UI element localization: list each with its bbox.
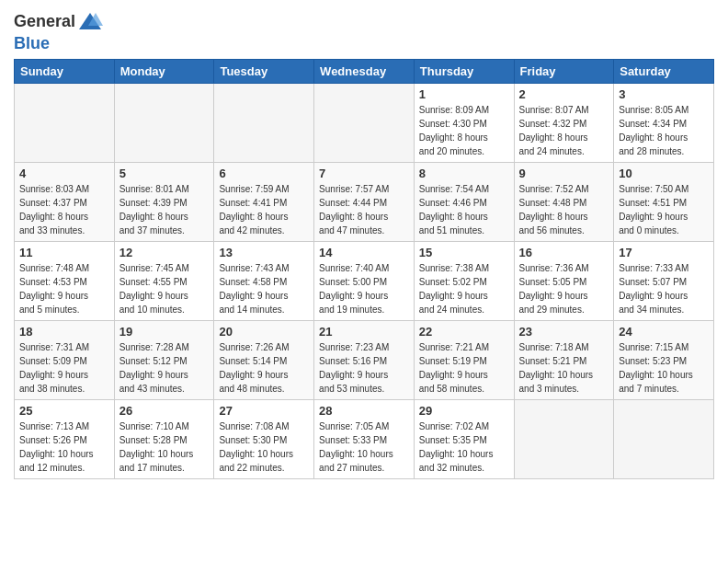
calendar-cell — [614, 400, 714, 479]
day-info: Sunrise: 8:07 AM Sunset: 4:32 PM Dayligh… — [519, 103, 609, 158]
day-info: Sunrise: 7:33 AM Sunset: 5:07 PM Dayligh… — [619, 261, 709, 316]
day-info: Sunrise: 8:05 AM Sunset: 4:34 PM Dayligh… — [619, 103, 709, 158]
logo-blue: Blue — [14, 35, 103, 52]
day-number: 21 — [319, 325, 409, 339]
day-number: 5 — [119, 167, 210, 180]
day-info: Sunrise: 7:05 AM Sunset: 5:33 PM Dayligh… — [319, 419, 409, 475]
day-number: 11 — [19, 246, 109, 259]
calendar-cell: 19Sunrise: 7:28 AM Sunset: 5:12 PM Dayli… — [114, 321, 214, 400]
day-info: Sunrise: 7:23 AM Sunset: 5:16 PM Dayligh… — [319, 340, 409, 396]
calendar-cell: 16Sunrise: 7:36 AM Sunset: 5:05 PM Dayli… — [514, 242, 614, 321]
weekday-header: Thursday — [414, 60, 514, 84]
day-info: Sunrise: 8:03 AM Sunset: 4:37 PM Dayligh… — [19, 182, 109, 237]
day-info: Sunrise: 7:10 AM Sunset: 5:28 PM Dayligh… — [119, 419, 210, 475]
day-info: Sunrise: 7:15 AM Sunset: 5:23 PM Dayligh… — [619, 340, 709, 396]
logo-icon — [77, 9, 103, 35]
calendar-cell: 3Sunrise: 8:05 AM Sunset: 4:34 PM Daylig… — [614, 84, 714, 163]
day-number: 14 — [319, 246, 409, 259]
weekday-header: Tuesday — [214, 60, 314, 84]
day-info: Sunrise: 7:52 AM Sunset: 4:48 PM Dayligh… — [519, 182, 609, 237]
calendar-cell: 23Sunrise: 7:18 AM Sunset: 5:21 PM Dayli… — [514, 321, 614, 400]
day-number: 10 — [619, 167, 709, 180]
calendar-cell — [514, 400, 614, 479]
day-info: Sunrise: 8:09 AM Sunset: 4:30 PM Dayligh… — [419, 103, 509, 158]
calendar-cell: 8Sunrise: 7:54 AM Sunset: 4:46 PM Daylig… — [414, 163, 514, 242]
day-number: 23 — [519, 325, 609, 339]
calendar-cell — [114, 84, 214, 163]
day-number: 22 — [419, 325, 509, 339]
calendar-cell: 4Sunrise: 8:03 AM Sunset: 4:37 PM Daylig… — [15, 163, 115, 242]
calendar-cell — [314, 84, 415, 163]
day-number: 4 — [19, 167, 109, 180]
logo-general: General — [14, 12, 75, 30]
day-number: 28 — [319, 404, 409, 418]
main-container: General Blue SundayMondayTuesdayWednesda… — [0, 0, 728, 484]
calendar-cell: 12Sunrise: 7:45 AM Sunset: 4:55 PM Dayli… — [114, 242, 214, 321]
day-info: Sunrise: 7:08 AM Sunset: 5:30 PM Dayligh… — [219, 419, 309, 475]
day-info: Sunrise: 7:43 AM Sunset: 4:58 PM Dayligh… — [219, 261, 309, 316]
day-info: Sunrise: 7:18 AM Sunset: 5:21 PM Dayligh… — [519, 340, 609, 396]
day-number: 1 — [419, 87, 509, 101]
day-info: Sunrise: 7:59 AM Sunset: 4:41 PM Dayligh… — [219, 182, 309, 237]
day-number: 9 — [519, 167, 609, 180]
calendar-cell: 29Sunrise: 7:02 AM Sunset: 5:35 PM Dayli… — [414, 400, 514, 479]
calendar-cell: 17Sunrise: 7:33 AM Sunset: 5:07 PM Dayli… — [614, 242, 714, 321]
calendar-cell: 9Sunrise: 7:52 AM Sunset: 4:48 PM Daylig… — [514, 163, 614, 242]
day-info: Sunrise: 7:21 AM Sunset: 5:19 PM Dayligh… — [419, 340, 509, 396]
day-number: 15 — [419, 246, 509, 259]
logo-text: General — [14, 12, 75, 32]
calendar-week-row: 18Sunrise: 7:31 AM Sunset: 5:09 PM Dayli… — [15, 321, 714, 400]
day-number: 20 — [219, 325, 309, 339]
day-info: Sunrise: 7:45 AM Sunset: 4:55 PM Dayligh… — [119, 261, 210, 316]
calendar-cell: 7Sunrise: 7:57 AM Sunset: 4:44 PM Daylig… — [314, 163, 415, 242]
day-number: 16 — [519, 246, 609, 259]
calendar-cell: 6Sunrise: 7:59 AM Sunset: 4:41 PM Daylig… — [214, 163, 314, 242]
calendar-cell: 27Sunrise: 7:08 AM Sunset: 5:30 PM Dayli… — [214, 400, 314, 479]
day-number: 26 — [119, 404, 210, 418]
day-info: Sunrise: 7:40 AM Sunset: 5:00 PM Dayligh… — [319, 261, 409, 316]
calendar-cell: 24Sunrise: 7:15 AM Sunset: 5:23 PM Dayli… — [614, 321, 714, 400]
weekday-header: Saturday — [614, 60, 714, 84]
logo: General Blue — [14, 9, 103, 52]
day-info: Sunrise: 7:38 AM Sunset: 5:02 PM Dayligh… — [419, 261, 509, 316]
weekday-header: Friday — [514, 60, 614, 84]
day-number: 18 — [19, 325, 109, 339]
day-info: Sunrise: 7:36 AM Sunset: 5:05 PM Dayligh… — [519, 261, 609, 316]
calendar-table: SundayMondayTuesdayWednesdayThursdayFrid… — [14, 59, 714, 479]
calendar-cell: 5Sunrise: 8:01 AM Sunset: 4:39 PM Daylig… — [114, 163, 214, 242]
calendar-cell: 28Sunrise: 7:05 AM Sunset: 5:33 PM Dayli… — [314, 400, 415, 479]
calendar-cell: 26Sunrise: 7:10 AM Sunset: 5:28 PM Dayli… — [114, 400, 214, 479]
day-number: 3 — [619, 87, 709, 101]
day-number: 12 — [119, 246, 210, 259]
calendar-week-row: 4Sunrise: 8:03 AM Sunset: 4:37 PM Daylig… — [15, 163, 714, 242]
day-number: 29 — [419, 404, 509, 418]
calendar-cell: 20Sunrise: 7:26 AM Sunset: 5:14 PM Dayli… — [214, 321, 314, 400]
weekday-header: Sunday — [15, 60, 115, 84]
calendar-cell: 2Sunrise: 8:07 AM Sunset: 4:32 PM Daylig… — [514, 84, 614, 163]
calendar-cell: 14Sunrise: 7:40 AM Sunset: 5:00 PM Dayli… — [314, 242, 415, 321]
calendar-cell: 18Sunrise: 7:31 AM Sunset: 5:09 PM Dayli… — [15, 321, 115, 400]
calendar-cell: 25Sunrise: 7:13 AM Sunset: 5:26 PM Dayli… — [15, 400, 115, 479]
day-number: 6 — [219, 167, 309, 180]
weekday-header: Monday — [114, 60, 214, 84]
day-number: 13 — [219, 246, 309, 259]
calendar-cell: 13Sunrise: 7:43 AM Sunset: 4:58 PM Dayli… — [214, 242, 314, 321]
calendar-cell: 1Sunrise: 8:09 AM Sunset: 4:30 PM Daylig… — [414, 84, 514, 163]
calendar-week-row: 1Sunrise: 8:09 AM Sunset: 4:30 PM Daylig… — [15, 84, 714, 163]
day-info: Sunrise: 7:31 AM Sunset: 5:09 PM Dayligh… — [19, 340, 109, 396]
day-info: Sunrise: 7:54 AM Sunset: 4:46 PM Dayligh… — [419, 182, 509, 237]
day-info: Sunrise: 7:02 AM Sunset: 5:35 PM Dayligh… — [419, 419, 509, 475]
day-number: 24 — [619, 325, 709, 339]
calendar-cell: 10Sunrise: 7:50 AM Sunset: 4:51 PM Dayli… — [614, 163, 714, 242]
day-number: 27 — [219, 404, 309, 418]
day-info: Sunrise: 8:01 AM Sunset: 4:39 PM Dayligh… — [119, 182, 210, 237]
calendar-cell — [214, 84, 314, 163]
day-info: Sunrise: 7:48 AM Sunset: 4:53 PM Dayligh… — [19, 261, 109, 316]
day-number: 8 — [419, 167, 509, 180]
header: General Blue — [14, 9, 714, 52]
day-number: 7 — [319, 167, 409, 180]
day-number: 19 — [119, 325, 210, 339]
day-info: Sunrise: 7:26 AM Sunset: 5:14 PM Dayligh… — [219, 340, 309, 396]
calendar-header-row: SundayMondayTuesdayWednesdayThursdayFrid… — [15, 60, 714, 84]
day-number: 2 — [519, 87, 609, 101]
